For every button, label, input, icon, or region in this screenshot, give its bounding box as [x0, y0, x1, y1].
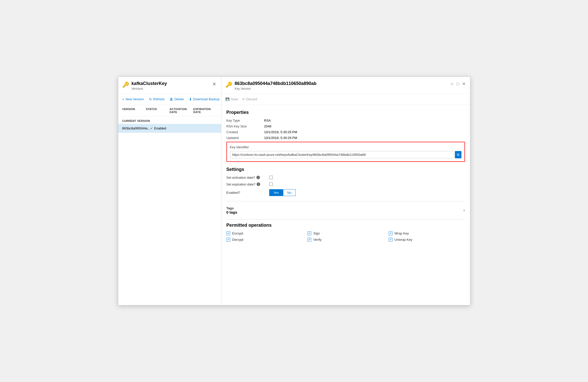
key-type-value: RSA — [264, 119, 271, 122]
new-version-button[interactable]: + New Version — [122, 96, 144, 102]
left-toolbar: + New Version ↻ Refresh 🗑 Delete ⬇ Downl… — [118, 94, 221, 105]
created-label: Created — [226, 130, 254, 134]
chevron-right-icon: › — [463, 208, 465, 213]
toggle-yes-button[interactable]: Yes — [269, 189, 283, 196]
col-activation-date: ACTIVATION DATE — [170, 108, 193, 114]
col-status: STATUS — [146, 108, 170, 114]
encrypt-checkbox[interactable] — [226, 231, 230, 235]
col-version: VERSION — [122, 108, 146, 114]
perm-item-verify: Verify — [307, 238, 384, 242]
content-area: Properties Key Type RSA RSA Key Size 204… — [221, 105, 470, 305]
refresh-button[interactable]: ↻ Refresh — [149, 96, 165, 102]
sign-checkbox[interactable] — [307, 231, 311, 235]
left-panel-subtitle: Versions — [132, 87, 167, 90]
left-panel-title-area: kafkaClusterKey Versions — [132, 81, 167, 90]
wrap-key-label: Wrap Key — [395, 231, 409, 235]
left-panel-close-button[interactable]: ✕ — [211, 81, 217, 87]
key-icon-left: 🔑 — [122, 81, 129, 88]
encrypt-label: Encrypt — [232, 231, 243, 235]
perm-item-encrypt: Encrypt — [226, 231, 303, 235]
tags-row[interactable]: Tags 0 tags › — [226, 204, 465, 216]
expiration-date-label: Set expiration date? i — [226, 182, 267, 186]
discard-icon: ✕ — [242, 97, 245, 101]
left-panel-header: 🔑 kafkaClusterKey Versions ✕ — [118, 77, 221, 94]
right-toolbar: 💾 Save ✕ Discard — [221, 94, 470, 105]
delete-icon: 🗑 — [170, 97, 173, 101]
enabled-row: Enabled? Yes No — [226, 189, 465, 196]
delete-button[interactable]: 🗑 Delete — [170, 96, 184, 102]
permitted-grid: Encrypt Sign Wrap Key Decr — [226, 231, 465, 242]
rsa-size-value: 2048 — [264, 124, 271, 128]
properties-section-title: Properties — [226, 110, 465, 115]
activation-info-icon: i — [256, 176, 260, 179]
left-header-left: 🔑 kafkaClusterKey Versions — [122, 81, 167, 90]
key-identifier-input-row: ⧉ — [230, 151, 461, 158]
right-panel-header: 🔑 863bc8a095044a748bdb110650a890ab Key V… — [221, 77, 470, 94]
save-button[interactable]: 💾 Save — [225, 96, 238, 102]
discard-label: Discard — [246, 97, 257, 101]
status-label: Enabled — [154, 126, 166, 130]
unwrap-key-checkbox[interactable] — [389, 238, 393, 242]
pin-button[interactable]: ☆ — [450, 81, 454, 87]
copy-button[interactable]: ⧉ — [455, 151, 461, 158]
permitted-operations-section: Permitted operations Encrypt Sign — [226, 223, 465, 242]
right-panel-close-button[interactable]: ✕ — [462, 81, 466, 87]
rsa-size-row: RSA Key Size 2048 — [226, 124, 465, 128]
download-backup-label: Download Backup — [193, 97, 220, 101]
expiration-date-checkbox[interactable] — [269, 182, 273, 186]
wrap-key-checkbox[interactable] — [389, 231, 393, 235]
key-identifier-box: Key Identifier ⧉ — [226, 142, 465, 162]
tags-label: Tags — [226, 206, 237, 210]
updated-value: 10/1/2018, 5:30:29 PM — [264, 136, 297, 140]
delete-label: Delete — [174, 97, 184, 101]
right-panel-subtitle: Key Version — [235, 87, 317, 90]
key-identifier-input[interactable] — [230, 151, 454, 158]
activation-date-checkbox[interactable] — [269, 176, 273, 179]
created-value: 10/1/2018, 5:30:29 PM — [264, 130, 297, 134]
verify-checkbox[interactable] — [307, 238, 311, 242]
copy-icon: ⧉ — [457, 153, 459, 157]
expiration-date-row: Set expiration date? i — [226, 182, 465, 186]
discard-button[interactable]: ✕ Discard — [242, 96, 257, 102]
updated-label: Updated — [226, 136, 254, 140]
col-expiration-date: EXPIRATION DATE — [193, 108, 217, 114]
perm-item-unwrap-key: Unwrap Key — [389, 238, 465, 242]
check-icon: ✓ — [150, 126, 153, 130]
right-title-area: 863bc8a095044a748bdb110650a890ab Key Ver… — [235, 81, 317, 90]
left-panel: 🔑 kafkaClusterKey Versions ✕ + New Versi… — [118, 77, 221, 305]
perm-item-sign: Sign — [307, 231, 384, 235]
activation-date-row: Set activation date? i — [226, 176, 465, 179]
key-type-label: Key Type — [226, 119, 254, 122]
decrypt-checkbox[interactable] — [226, 238, 230, 242]
right-panel-title: 863bc8a095044a748bdb110650a890ab — [235, 81, 317, 86]
created-row: Created 10/1/2018, 5:30:29 PM — [226, 130, 465, 134]
version-id: 863bc8a095044a... — [122, 126, 150, 130]
divider-2 — [226, 219, 465, 220]
save-label: Save — [231, 97, 238, 101]
verify-label: Verify — [313, 238, 322, 242]
tags-left: Tags 0 tags — [226, 206, 237, 214]
divider-1 — [226, 201, 465, 201]
download-icon: ⬇ — [189, 97, 192, 101]
sign-label: Sign — [313, 231, 320, 235]
tags-count: 0 tags — [226, 210, 237, 214]
permitted-ops-title: Permitted operations — [226, 223, 465, 228]
table-header: VERSION STATUS ACTIVATION DATE EXPIRATIO… — [118, 105, 221, 116]
expiration-info-icon: i — [257, 182, 260, 186]
decrypt-label: Decrypt — [232, 238, 244, 242]
table-row[interactable]: 863bc8a095044a... ✓ Enabled — [118, 124, 221, 133]
version-status: ✓ Enabled — [150, 126, 173, 130]
refresh-icon: ↻ — [149, 97, 152, 101]
left-panel-title: kafkaClusterKey — [132, 81, 167, 86]
toggle-no-button[interactable]: No — [283, 189, 296, 196]
download-backup-button[interactable]: ⬇ Download Backup — [189, 96, 220, 102]
perm-item-decrypt: Decrypt — [226, 238, 303, 242]
key-icon-right: 🔑 — [225, 81, 232, 88]
rsa-size-label: RSA Key Size — [226, 124, 254, 128]
updated-row: Updated 10/1/2018, 5:30:29 PM — [226, 136, 465, 140]
unwrap-key-label: Unwrap Key — [395, 238, 412, 242]
save-icon: 💾 — [225, 97, 229, 101]
key-type-row: Key Type RSA — [226, 119, 465, 122]
settings-section: Settings Set activation date? i Set expi… — [226, 167, 465, 196]
maximize-button[interactable]: □ — [456, 81, 460, 87]
